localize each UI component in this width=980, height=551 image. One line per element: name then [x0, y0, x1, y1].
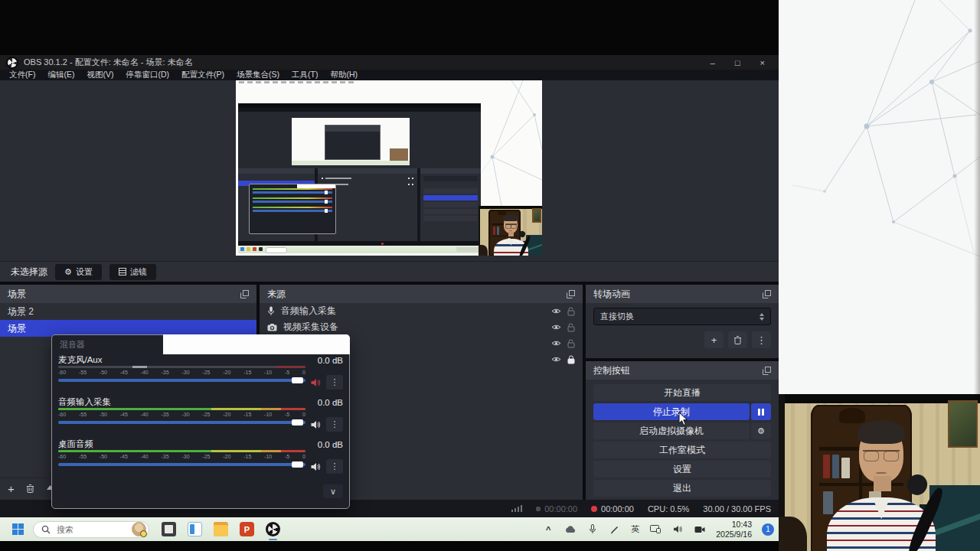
- slider-handle[interactable]: [292, 419, 303, 425]
- audio-mixer-window[interactable]: 混音器 麦克风/Aux 0.0 dB -60-55-50-45-40-35-30…: [51, 334, 350, 509]
- start-streaming-button[interactable]: 开始直播: [593, 384, 771, 401]
- lock-open-icon[interactable]: [567, 339, 575, 348]
- pause-icon: [758, 409, 764, 416]
- transition-select[interactable]: 直接切换: [593, 308, 771, 325]
- add-scene-button[interactable]: +: [8, 483, 15, 494]
- menu-edit[interactable]: 编辑(E): [41, 70, 80, 80]
- lock-open-icon[interactable]: [567, 323, 575, 332]
- mixer-titlebar[interactable]: 混音器: [52, 335, 349, 354]
- close-button[interactable]: ×: [760, 58, 765, 67]
- pen-tray-icon[interactable]: [609, 523, 621, 536]
- task-view-icon[interactable]: [188, 522, 202, 536]
- visibility-eye-icon[interactable]: [551, 324, 561, 331]
- lock-closed-icon[interactable]: [567, 355, 575, 364]
- transitions-dock-header: 转场动画: [586, 285, 779, 303]
- volume-slider[interactable]: [58, 461, 305, 468]
- remove-transition-button[interactable]: [728, 331, 747, 348]
- slider-handle[interactable]: [292, 461, 303, 468]
- cpu-usage: CPU: 0.5%: [648, 504, 689, 514]
- transitions-title: 转场动画: [593, 288, 630, 301]
- source-row[interactable]: 音频输入采集: [260, 303, 583, 319]
- popout-icon[interactable]: [240, 290, 249, 298]
- mouse-cursor: [678, 412, 688, 426]
- source-settings-button[interactable]: ⚙ 设置: [55, 264, 102, 280]
- popout-icon[interactable]: [763, 290, 771, 298]
- exit-button[interactable]: 退出: [593, 480, 771, 497]
- scene-item[interactable]: 场景 2: [0, 303, 256, 320]
- source-toolbar: 未选择源 ⚙ 设置 滤镜: [0, 261, 779, 282]
- virtual-camera-settings-button[interactable]: ⚙: [751, 422, 771, 439]
- stream-status-icon: [536, 507, 541, 511]
- popout-icon[interactable]: [567, 290, 575, 298]
- onedrive-cloud-icon[interactable]: [564, 523, 577, 536]
- scenes-title: 场景: [8, 288, 26, 301]
- menu-profile[interactable]: 配置文件(P): [175, 70, 230, 80]
- channel-options-button[interactable]: ⋮: [326, 459, 343, 474]
- visibility-eye-icon[interactable]: [551, 340, 561, 347]
- scene-label: 场景: [8, 322, 26, 335]
- remove-scene-button[interactable]: [26, 484, 34, 493]
- start-virtual-camera-button[interactable]: 启动虚拟摄像机: [593, 422, 750, 439]
- pause-recording-button[interactable]: [751, 403, 771, 420]
- ime-indicator[interactable]: 英: [631, 523, 639, 535]
- speaker-icon[interactable]: [310, 462, 322, 471]
- tray-chevron-up-icon[interactable]: ^: [542, 523, 554, 536]
- menu-docks[interactable]: 停靠窗口(D): [119, 70, 175, 80]
- studio-mode-button[interactable]: 工作室模式: [593, 442, 771, 458]
- channel-options-button[interactable]: ⋮: [326, 417, 343, 432]
- menu-tools[interactable]: 工具(T): [286, 70, 324, 80]
- camera-tray-icon[interactable]: [694, 523, 706, 536]
- mixer-channel: 麦克风/Aux 0.0 dB -60-55-50-45-40-35-30-25-…: [58, 354, 343, 390]
- mixer-expand-button[interactable]: ∨: [323, 484, 343, 498]
- channel-options-button[interactable]: ⋮: [326, 375, 343, 390]
- speaker-muted-icon[interactable]: [310, 378, 322, 387]
- search-input[interactable]: [55, 524, 118, 535]
- notification-badge[interactable]: 1: [762, 523, 774, 536]
- menu-help[interactable]: 帮助(H): [324, 70, 364, 80]
- cast-display-icon[interactable]: [649, 523, 662, 536]
- minimize-button[interactable]: –: [710, 58, 715, 67]
- menu-scene-collection[interactable]: 场景集合(S): [230, 70, 286, 80]
- volume-slider[interactable]: [58, 419, 305, 426]
- obs-taskbar-icon[interactable]: [266, 522, 280, 536]
- popout-icon[interactable]: [763, 367, 771, 375]
- taskbar-clock[interactable]: 10:43 2025/9/16: [716, 520, 752, 539]
- fps-counter: 30.00 / 30.00 FPS: [703, 504, 771, 514]
- start-button[interactable]: [12, 523, 24, 535]
- control-buttons: 开始直播 停止录制 启动虚拟摄像机 ⚙: [586, 380, 779, 497]
- maximize-button[interactable]: □: [735, 58, 740, 67]
- search-highlight-avatar: [132, 522, 146, 536]
- taskbar-search[interactable]: [33, 521, 149, 538]
- powerpoint-icon[interactable]: P: [240, 522, 254, 536]
- file-explorer-icon[interactable]: [214, 522, 228, 536]
- photos-app-icon[interactable]: [162, 522, 176, 536]
- controls-dock-header: 控制按钮: [586, 361, 779, 380]
- settings-button[interactable]: 设置: [593, 461, 771, 478]
- transition-properties-button[interactable]: ⋮: [752, 331, 771, 348]
- channel-db-value: 0.0 dB: [318, 398, 343, 407]
- channel-db-value: 0.0 dB: [318, 440, 343, 449]
- nested-nested-window: [325, 125, 381, 161]
- volume-tray-icon[interactable]: [671, 523, 684, 536]
- taskbar-pinned-apps: P: [162, 522, 280, 536]
- glasses: [863, 450, 900, 461]
- microphone-tray-icon[interactable]: [586, 523, 599, 536]
- lock-open-icon[interactable]: [567, 307, 575, 316]
- transition-buttons: + ⋮: [593, 331, 771, 348]
- transitions-dock: 转场动画 直接切换 +: [586, 285, 779, 358]
- meter-scale: -60-55-50-45-40-35-30-25-20-15-10-50: [58, 452, 305, 460]
- visibility-eye-icon[interactable]: [551, 356, 561, 363]
- visibility-eye-icon[interactable]: [551, 308, 561, 315]
- volume-slider[interactable]: [58, 377, 305, 384]
- stop-recording-button[interactable]: 停止录制: [593, 403, 750, 420]
- preview-canvas[interactable]: [236, 80, 542, 256]
- captured-titlebar-text: [239, 81, 354, 83]
- source-filters-label: 滤镜: [130, 266, 147, 278]
- source-row[interactable]: 视频采集设备: [260, 319, 583, 335]
- source-filters-button[interactable]: 滤镜: [109, 264, 156, 280]
- menu-view[interactable]: 视图(V): [80, 70, 119, 80]
- slider-handle[interactable]: [292, 377, 303, 383]
- add-transition-button[interactable]: +: [704, 331, 724, 348]
- menu-file[interactable]: 文件(F): [3, 70, 41, 80]
- speaker-icon[interactable]: [310, 420, 322, 429]
